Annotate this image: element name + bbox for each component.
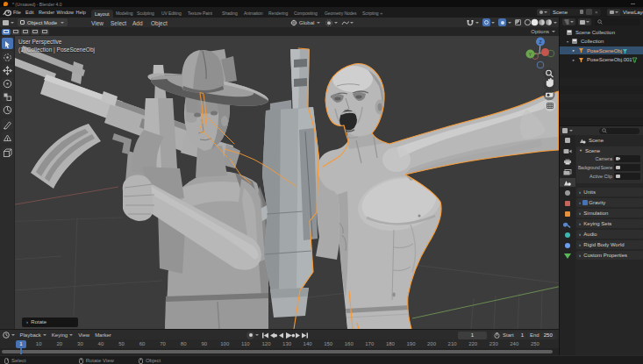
svg-text:Z: Z bbox=[539, 39, 541, 45]
